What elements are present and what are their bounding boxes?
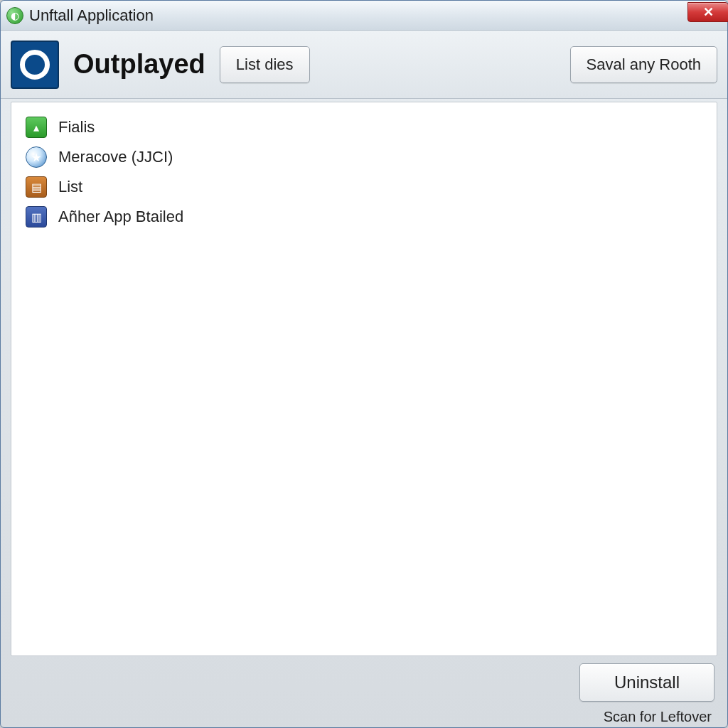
- close-button[interactable]: ✕: [687, 2, 728, 22]
- saval-any-rooth-button[interactable]: Saval any Rooth: [570, 46, 717, 83]
- titlebar: ◐ Unftall Application ✕: [1, 1, 727, 31]
- app-item-label: Meracove (JJCI): [58, 148, 173, 166]
- outplayed-app-icon: [11, 41, 59, 89]
- list-item[interactable]: ▥ Añher App Btailed: [17, 202, 711, 232]
- toolbar: Outplayed List dies Saval any Rooth: [1, 31, 727, 99]
- footer: Uninstall Scan for Leftover: [1, 659, 727, 727]
- app-name-label: Outplayed: [73, 49, 205, 80]
- scan-for-leftover-link[interactable]: Scan for Leftover: [604, 709, 714, 725]
- app-item-label: Añher App Btailed: [58, 208, 183, 226]
- close-icon: ✕: [703, 4, 714, 20]
- list-item[interactable]: ▤ List: [17, 172, 711, 202]
- app-item-icon: ▤: [26, 176, 47, 198]
- app-item-label: Fialis: [58, 118, 95, 136]
- app-item-icon: ▴: [26, 117, 47, 138]
- app-item-label: List: [58, 178, 82, 196]
- app-item-icon: ▥: [26, 206, 47, 228]
- list-item[interactable]: ▴ Fialis: [17, 112, 711, 142]
- window-title: Unftall Application: [29, 6, 154, 25]
- list-item[interactable]: ★ Meracove (JJCI): [17, 142, 711, 172]
- app-title-icon: ◐: [6, 7, 23, 24]
- outplayed-logo-icon: [20, 50, 50, 80]
- list-dies-button[interactable]: List dies: [220, 46, 310, 83]
- app-window: ◐ Unftall Application ✕ Outplayed List d…: [0, 0, 728, 728]
- app-list-panel: ▴ Fialis ★ Meracove (JJCI) ▤ List ▥ Añhe…: [11, 102, 717, 656]
- uninstall-button[interactable]: Uninstall: [579, 663, 714, 702]
- app-item-icon: ★: [26, 146, 47, 168]
